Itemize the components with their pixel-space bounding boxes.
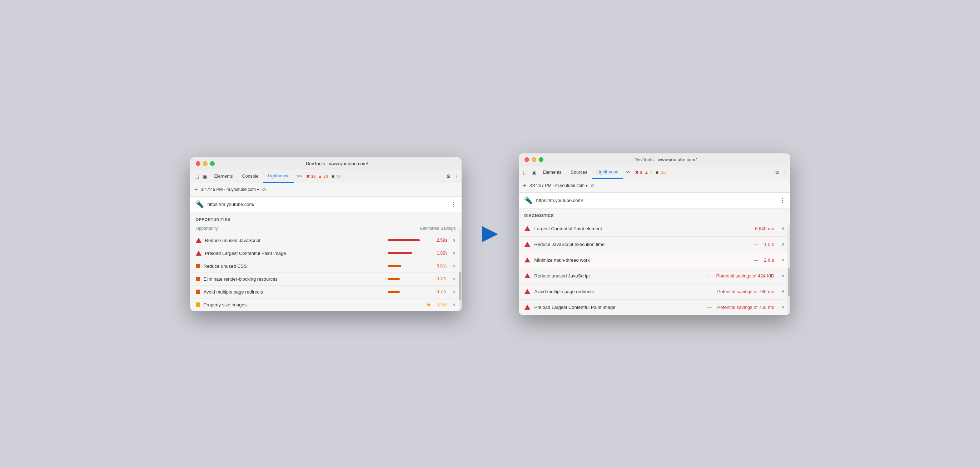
left-col-opportunity: Opportunity bbox=[196, 226, 218, 231]
right-lh-url: https://m.youtube.com/ bbox=[536, 198, 776, 203]
right-window-title: DevTools - www.youtube.com/ bbox=[547, 157, 784, 162]
left-badge-errors: ✖ 10 bbox=[306, 174, 316, 179]
right-lh-menu[interactable]: ⋮ bbox=[780, 197, 785, 204]
left-row5-bar bbox=[388, 291, 400, 293]
right-diag-row-3[interactable]: Minimize main-thread work — 2.6 s ∨ bbox=[519, 252, 790, 268]
left-warning-icon: ▲ bbox=[318, 174, 322, 179]
right-diag2-sep: — bbox=[754, 242, 758, 247]
left-row6-bar-container bbox=[388, 303, 431, 306]
left-row3-bar-container bbox=[388, 265, 431, 267]
right-diag3-label: Minimize main-thread work bbox=[535, 257, 748, 263]
left-row1-bar-container bbox=[388, 239, 431, 241]
left-row6-saving: 0.16s bbox=[434, 302, 448, 307]
right-lighthouse-icon: 🔦 bbox=[524, 196, 533, 204]
left-row6-bar bbox=[427, 303, 431, 306]
left-opp-row-2[interactable]: Preload Largest Contentful Paint image 1… bbox=[190, 247, 461, 260]
right-diag5-sep: — bbox=[707, 289, 712, 294]
right-traffic-lights bbox=[525, 157, 543, 162]
left-opp-row-3[interactable]: Reduce unused CSS 0.81s ∨ bbox=[190, 260, 461, 272]
right-tab-bar-right: ⚙ ⋮ bbox=[775, 169, 788, 175]
left-opp-row-1[interactable]: Reduce unused JavaScript 2.59s ∨ bbox=[190, 234, 461, 247]
right-diag-row-5[interactable]: Avoid multiple page redirects — Potentia… bbox=[519, 284, 790, 299]
right-diag4-chevron[interactable]: ∨ bbox=[781, 273, 784, 278]
right-diag1-chevron[interactable]: ∨ bbox=[781, 226, 784, 231]
right-diag-row-2[interactable]: Reduce JavaScript execution time — 1.5 s… bbox=[519, 236, 790, 252]
left-title-bar: DevTools - www.youtube.com/ bbox=[190, 157, 461, 170]
right-diag6-chevron[interactable]: ∨ bbox=[781, 305, 784, 310]
right-more-icon[interactable]: ⋮ bbox=[783, 169, 788, 175]
right-diag6-value: Potential savings of 750 ms bbox=[718, 305, 774, 310]
left-row6-chevron[interactable]: ∨ bbox=[453, 302, 456, 307]
right-block-icon[interactable]: ⊘ bbox=[590, 183, 595, 188]
right-diag5-chevron[interactable]: ∨ bbox=[781, 289, 784, 294]
right-diag-row-4[interactable]: Reduce unused JavaScript — Potential sav… bbox=[519, 268, 790, 284]
right-tab-sources[interactable]: Sources bbox=[566, 166, 592, 179]
right-minimize-button[interactable] bbox=[531, 157, 536, 162]
left-scrollbar-thumb[interactable] bbox=[459, 272, 461, 300]
left-col-savings: Estimated Savings bbox=[420, 226, 455, 231]
left-row1-chevron[interactable]: ∨ bbox=[453, 238, 456, 243]
right-diag3-chevron[interactable]: ∨ bbox=[781, 257, 784, 262]
left-table-header: Opportunity Estimated Savings bbox=[190, 225, 461, 234]
right-device-icon[interactable]: ▣ bbox=[530, 168, 538, 176]
right-diag2-value: 1.5 s bbox=[764, 242, 774, 247]
right-diag5-icon bbox=[525, 289, 530, 294]
right-diag3-icon bbox=[525, 257, 530, 262]
right-add-tab[interactable]: + bbox=[523, 182, 527, 190]
left-section-title: OPPORTUNITIES bbox=[190, 212, 461, 225]
right-tab-lighthouse[interactable]: Lighthouse bbox=[592, 166, 622, 179]
right-diag-row-1[interactable]: Largest Contentful Paint element — 6,640… bbox=[519, 220, 790, 236]
right-tab-elements[interactable]: Elements bbox=[539, 166, 566, 179]
right-close-button[interactable] bbox=[525, 157, 529, 162]
right-warning-icon: ▲ bbox=[644, 170, 649, 175]
left-lighthouse-icon: 🔦 bbox=[195, 200, 204, 208]
left-row4-saving: 0.77s bbox=[434, 276, 448, 281]
right-tab-bar: ⬚ ▣ Elements Sources Lighthouse >> ✖ 8 ▲… bbox=[519, 166, 790, 179]
left-gear-icon[interactable]: ⚙ bbox=[446, 173, 451, 179]
left-row3-label: Reduce unused CSS bbox=[204, 264, 384, 269]
left-row5-icon bbox=[196, 289, 200, 294]
right-diag2-chevron[interactable]: ∨ bbox=[781, 242, 784, 247]
left-device-icon[interactable]: ▣ bbox=[202, 173, 209, 180]
left-add-tab[interactable]: + bbox=[194, 186, 198, 193]
right-diag6-icon bbox=[525, 305, 530, 310]
left-opp-row-6[interactable]: Properly size images 0.16s ∨ bbox=[190, 298, 461, 311]
right-selector-icon[interactable]: ⬚ bbox=[522, 168, 530, 176]
right-tab-more[interactable]: >> bbox=[624, 170, 633, 175]
left-fullscreen-button[interactable] bbox=[210, 161, 215, 166]
left-close-button[interactable] bbox=[196, 161, 200, 166]
left-minimize-button[interactable] bbox=[203, 161, 208, 166]
right-diag-row-6[interactable]: Preload Largest Contentful Paint image —… bbox=[519, 299, 790, 315]
left-window-title: DevTools - www.youtube.com/ bbox=[218, 161, 456, 166]
left-row5-chevron[interactable]: ∨ bbox=[453, 289, 456, 294]
left-lh-header: 🔦 https://m.youtube.com/ ⋮ bbox=[190, 196, 461, 212]
left-tab-lighthouse[interactable]: Lighthouse bbox=[263, 170, 294, 183]
right-diag4-value: Potential savings of 424 KiB bbox=[716, 273, 774, 278]
left-tab-elements[interactable]: Elements bbox=[210, 170, 237, 183]
left-tab-more[interactable]: >> bbox=[295, 174, 304, 179]
left-row2-chevron[interactable]: ∨ bbox=[453, 251, 456, 256]
right-diag1-sep: — bbox=[745, 226, 749, 231]
right-scrollbar-thumb[interactable] bbox=[788, 268, 790, 296]
left-scrollbar-track bbox=[459, 229, 461, 311]
right-diag4-icon bbox=[525, 273, 530, 278]
left-row3-chevron[interactable]: ∨ bbox=[453, 264, 456, 268]
left-opp-row-5[interactable]: Avoid multiple page redirects 0.77s ∨ bbox=[190, 285, 461, 298]
right-diag1-icon bbox=[525, 226, 530, 231]
left-row4-chevron[interactable]: ∨ bbox=[453, 276, 456, 281]
left-opp-row-4[interactable]: Eliminate render-blocking resources 0.77… bbox=[190, 272, 461, 285]
right-lh-header: 🔦 https://m.youtube.com/ ⋮ bbox=[519, 193, 790, 208]
left-lh-menu[interactable]: ⋮ bbox=[451, 201, 457, 208]
right-badge-warnings: ▲ 7 bbox=[644, 170, 652, 175]
left-devtools-window: DevTools - www.youtube.com/ ⬚ ▣ Elements… bbox=[190, 157, 461, 311]
right-info-icon: ◾ bbox=[654, 170, 660, 175]
right-fullscreen-button[interactable] bbox=[539, 157, 543, 162]
left-row5-saving: 0.77s bbox=[434, 289, 448, 294]
left-row5-bar-container bbox=[388, 291, 431, 293]
left-tab-console[interactable]: Console bbox=[238, 170, 263, 183]
left-selector-icon[interactable]: ⬚ bbox=[193, 173, 201, 180]
left-row4-label: Eliminate render-blocking resources bbox=[204, 276, 384, 282]
left-more-icon[interactable]: ⋮ bbox=[454, 173, 459, 179]
right-gear-icon[interactable]: ⚙ bbox=[775, 169, 780, 175]
left-block-icon[interactable]: ⊘ bbox=[262, 187, 266, 192]
